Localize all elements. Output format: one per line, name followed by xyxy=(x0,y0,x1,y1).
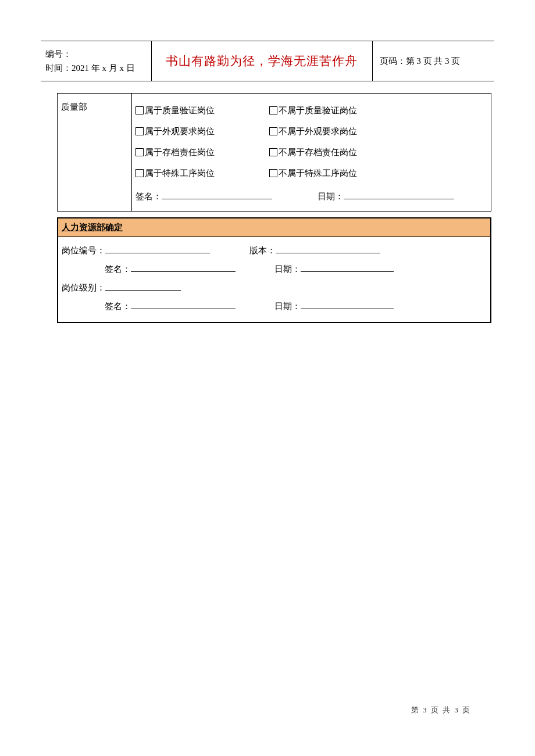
sign-line[interactable] xyxy=(131,263,236,272)
quality-option-row: 属于质量验证岗位 不属于质量验证岗位 xyxy=(135,102,487,119)
checkbox-icon[interactable] xyxy=(269,148,277,156)
hr-title: 人力资源部确定 xyxy=(58,218,490,237)
date-line[interactable] xyxy=(301,263,394,272)
hr-table: 人力资源部确定 岗位编号： 版本： 签名： 日期： xyxy=(57,217,491,323)
job-no-line[interactable] xyxy=(105,245,210,253)
opt-no: 不属于外观要求岗位 xyxy=(279,127,357,136)
opt-no: 不属于质量验证岗位 xyxy=(279,106,357,115)
quality-option-row: 属于存档责任岗位 不属于存档责任岗位 xyxy=(135,144,487,161)
checkbox-icon[interactable] xyxy=(135,127,144,135)
checkbox-icon[interactable] xyxy=(269,169,277,177)
opt-yes: 属于质量验证岗位 xyxy=(145,106,215,115)
sign-line[interactable] xyxy=(162,191,272,199)
document-header: 编号： 时间：2021 年 x 月 x 日 书山有路勤为径，学海无涯苦作舟 页码… xyxy=(41,41,494,81)
checkbox-icon[interactable] xyxy=(269,127,277,135)
checkbox-icon[interactable] xyxy=(269,106,277,114)
date-label: 日期： xyxy=(318,192,344,201)
serial-label: 编号： xyxy=(45,47,147,61)
checkbox-icon[interactable] xyxy=(135,169,144,177)
date-line-2[interactable] xyxy=(301,300,394,309)
job-level-line[interactable] xyxy=(105,282,181,291)
page-footer: 第 3 页 共 3 页 xyxy=(411,705,471,715)
quality-options-cell: 属于质量验证岗位 不属于质量验证岗位 属于外观要求岗位 不属于外观要求岗位 属于… xyxy=(132,94,491,212)
date-label: 日期： xyxy=(274,264,301,274)
job-no-label: 岗位编号： xyxy=(62,246,105,255)
checkbox-icon[interactable] xyxy=(135,148,144,156)
opt-yes: 属于存档责任岗位 xyxy=(145,148,215,157)
header-page: 页码：第 3 页 共 3 页 xyxy=(372,41,494,81)
opt-yes: 属于特殊工序岗位 xyxy=(145,169,215,178)
job-level-label: 岗位级别： xyxy=(62,283,105,292)
checkbox-icon[interactable] xyxy=(135,106,144,114)
quality-option-row: 属于外观要求岗位 不属于外观要求岗位 xyxy=(135,123,487,140)
header-motto: 书山有路勤为径，学海无涯苦作舟 xyxy=(151,41,372,81)
header-left: 编号： 时间：2021 年 x 月 x 日 xyxy=(41,41,151,81)
opt-no: 不属于存档责任岗位 xyxy=(279,148,357,157)
date-line[interactable] xyxy=(344,191,454,199)
time-label: 时间：2021 年 x 月 x 日 xyxy=(45,61,147,75)
quality-dept-label: 质量部 xyxy=(61,102,87,112)
sign-label-2: 签名： xyxy=(105,302,131,311)
hr-body: 岗位编号： 版本： 签名： 日期： 岗位级别： xyxy=(58,237,490,322)
opt-no: 不属于特殊工序岗位 xyxy=(279,169,357,178)
date-label-2: 日期： xyxy=(274,302,301,311)
opt-yes: 属于外观要求岗位 xyxy=(145,127,215,136)
sign-line-2[interactable] xyxy=(131,300,236,309)
version-line[interactable] xyxy=(276,245,380,253)
version-label: 版本： xyxy=(249,246,276,255)
quality-table: 质量部 属于质量验证岗位 不属于质量验证岗位 属于外观要求岗位 不属于外观要求岗… xyxy=(57,93,491,212)
quality-sign-row: 签名： 日期： xyxy=(135,188,487,205)
sign-label: 签名： xyxy=(105,264,131,274)
sign-label: 签名： xyxy=(135,192,162,201)
quality-option-row: 属于特殊工序岗位 不属于特殊工序岗位 xyxy=(135,164,487,182)
quality-dept-cell: 质量部 xyxy=(58,94,132,212)
